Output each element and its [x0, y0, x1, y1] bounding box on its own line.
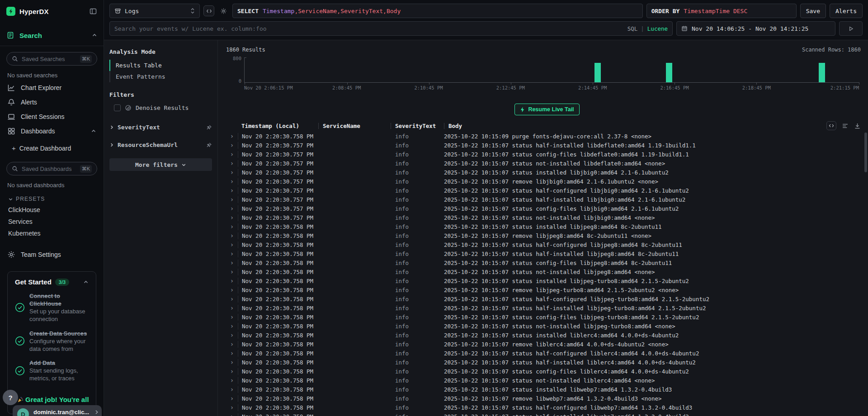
row-expand-chevron-icon[interactable]: ›	[226, 151, 238, 158]
saved-dashboards-input[interactable]: ⌘K	[6, 162, 97, 175]
lang-lucene-option[interactable]: Lucene	[647, 25, 668, 32]
chevron-up-icon[interactable]	[83, 279, 89, 285]
table-row[interactable]: ›Nov 20 2:20:30.757 PMinfo2025-10-22 10:…	[226, 195, 868, 204]
user-menu[interactable]: D dominic.tran@clic... dominic.tran@clic…	[13, 405, 102, 416]
download-icon[interactable]	[854, 123, 861, 129]
table-row[interactable]: ›Nov 20 2:20:30.757 PMinfo2025-10-22 10:…	[226, 204, 868, 213]
filter-group-resourceschemaurl[interactable]: ResourceSchemaUrl	[109, 142, 212, 148]
row-expand-chevron-icon[interactable]: ›	[226, 395, 238, 402]
row-expand-chevron-icon[interactable]: ›	[226, 259, 238, 266]
table-row[interactable]: ›Nov 20 2:20:30.757 PMinfo2025-10-22 10:…	[226, 159, 868, 168]
row-expand-chevron-icon[interactable]: ›	[226, 214, 238, 221]
table-row[interactable]: ›Nov 20 2:20:30.758 PMinfo2025-10-22 10:…	[226, 403, 868, 412]
table-row[interactable]: ›Nov 20 2:20:30.758 PMinfo2025-10-22 10:…	[226, 249, 868, 258]
table-row[interactable]: ›Nov 20 2:20:30.758 PMinfo2025-10-22 10:…	[226, 231, 868, 240]
view-source-code-icon[interactable]	[826, 121, 836, 130]
column-header-severitytext[interactable]: SeverityText	[391, 123, 444, 129]
row-expand-chevron-icon[interactable]: ›	[226, 169, 238, 176]
table-row[interactable]: ›Nov 20 2:20:30.758 PMinfo2025-10-22 10:…	[226, 358, 868, 367]
row-expand-chevron-icon[interactable]: ›	[226, 132, 238, 140]
row-expand-chevron-icon[interactable]: ›	[226, 196, 238, 203]
source-settings-gear-icon[interactable]	[218, 5, 229, 16]
presets-toggle[interactable]: PRESETS	[6, 190, 97, 204]
row-expand-chevron-icon[interactable]: ›	[226, 404, 238, 411]
row-expand-chevron-icon[interactable]: ›	[226, 322, 238, 330]
save-button[interactable]: Save	[800, 4, 826, 18]
sidebar-item-alerts[interactable]: Alerts	[6, 95, 97, 109]
table-row[interactable]: ›Nov 20 2:20:30.758 PMinfo2025-10-22 10:…	[226, 312, 868, 321]
get-started-item-add-data[interactable]: Add Data Start sending logs, metrics, or…	[15, 359, 89, 382]
table-row[interactable]: ›Nov 20 2:20:30.757 PMinfo2025-10-22 10:…	[226, 150, 868, 159]
table-row[interactable]: ›Nov 20 2:20:30.757 PMinfo2025-10-22 10:…	[226, 168, 868, 177]
order-by-input[interactable]: ORDER BY TimestampTime DESC	[646, 4, 797, 18]
row-expand-chevron-icon[interactable]: ›	[226, 223, 238, 230]
saved-searches-input[interactable]: ⌘K	[6, 52, 97, 66]
row-density-icon[interactable]	[842, 123, 849, 129]
get-started-item-datasources[interactable]: Create Data Sources Configure where your…	[15, 330, 89, 353]
row-expand-chevron-icon[interactable]: ›	[226, 313, 238, 321]
table-row[interactable]: ›Nov 20 2:20:30.758 PMinfo2025-10-22 10:…	[226, 340, 868, 349]
table-row[interactable]: ›Nov 20 2:20:30.758 PMinfo2025-10-22 10:…	[226, 321, 868, 331]
sidebar-item-chart-explorer[interactable]: Chart Explorer	[6, 80, 97, 95]
date-range-picker[interactable]: Nov 20 14:06:25 - Nov 20 14:21:25	[676, 21, 835, 36]
row-expand-chevron-icon[interactable]: ›	[226, 142, 238, 149]
row-expand-chevron-icon[interactable]: ›	[226, 277, 238, 284]
row-expand-chevron-icon[interactable]: ›	[226, 178, 238, 185]
select-columns-input[interactable]: SELECT Timestamp ,ServiceName,SeverityTe…	[232, 4, 643, 18]
column-header-body[interactable]: Body	[444, 123, 462, 129]
row-expand-chevron-icon[interactable]: ›	[226, 205, 238, 212]
row-expand-chevron-icon[interactable]: ›	[226, 331, 238, 339]
table-row[interactable]: ›Nov 20 2:20:30.758 PMinfo2025-10-22 10:…	[226, 285, 868, 294]
chevron-up-icon[interactable]	[91, 128, 96, 134]
table-row[interactable]: ›Nov 20 2:20:30.758 PMinfo2025-10-22 10:…	[226, 376, 868, 385]
mode-event-patterns[interactable]: Event Patterns	[109, 71, 212, 82]
preset-item-services[interactable]: Services	[6, 216, 97, 227]
get-started-item-connect[interactable]: Connect to ClickHouse Set up your databa…	[15, 292, 89, 323]
sidebar-item-client-sessions[interactable]: Client Sessions	[6, 109, 97, 124]
table-row[interactable]: ›Nov 20 2:20:30.758 PMinfo2025-10-22 10:…	[226, 303, 868, 312]
row-expand-chevron-icon[interactable]: ›	[226, 268, 238, 275]
pin-icon[interactable]	[206, 142, 212, 148]
run-query-button[interactable]	[839, 21, 863, 36]
table-row[interactable]: ›Nov 20 2:20:30.757 PMinfo2025-10-22 10:…	[226, 141, 868, 150]
more-filters-button[interactable]: More filters	[109, 158, 212, 171]
table-row[interactable]: ›Nov 20 2:20:30.757 PMinfo2025-10-22 10:…	[226, 177, 868, 186]
resume-live-tail-button[interactable]: Resume Live Tail	[514, 104, 579, 115]
sidebar-item-search[interactable]: Search	[0, 31, 104, 39]
row-expand-chevron-icon[interactable]: ›	[226, 350, 238, 357]
alerts-button[interactable]: Alerts	[830, 4, 863, 18]
table-row[interactable]: ›Nov 20 2:20:30.758 PMinfo2025-10-22 10:…	[226, 240, 868, 249]
mode-results-table[interactable]: Results Table	[109, 60, 212, 71]
row-expand-chevron-icon[interactable]: ›	[226, 368, 238, 375]
row-expand-chevron-icon[interactable]: ›	[226, 232, 238, 239]
help-button[interactable]: ?	[3, 390, 18, 405]
table-row[interactable]: ›Nov 20 2:20:30.758 PMinfo2025-10-22 10:…	[226, 294, 868, 303]
preset-item-clickhouse[interactable]: ClickHouse	[6, 204, 97, 216]
row-expand-chevron-icon[interactable]: ›	[226, 286, 238, 293]
column-header-servicename[interactable]: ServiceName	[318, 123, 391, 129]
row-expand-chevron-icon[interactable]: ›	[226, 413, 238, 416]
table-row[interactable]: ›Nov 20 2:20:30.758 PMinfo2025-10-22 10:…	[226, 385, 868, 394]
row-expand-chevron-icon[interactable]: ›	[226, 377, 238, 384]
denoise-checkbox[interactable]	[114, 104, 121, 111]
pin-icon[interactable]	[206, 124, 212, 131]
row-expand-chevron-icon[interactable]: ›	[226, 241, 238, 248]
row-expand-chevron-icon[interactable]: ›	[226, 187, 238, 194]
column-header-timestamp[interactable]: Timestamp (Local)	[238, 123, 318, 129]
row-expand-chevron-icon[interactable]: ›	[226, 386, 238, 393]
row-expand-chevron-icon[interactable]: ›	[226, 359, 238, 366]
lang-sql-option[interactable]: SQL	[627, 25, 638, 32]
table-row[interactable]: ›Nov 20 2:20:30.757 PMinfo2025-10-22 10:…	[226, 186, 868, 195]
table-row[interactable]: ›Nov 20 2:20:30.757 PMinfo2025-10-22 10:…	[226, 213, 868, 222]
row-expand-chevron-icon[interactable]: ›	[226, 160, 238, 167]
scrollbar-thumb[interactable]	[864, 132, 867, 172]
table-row[interactable]: ›Nov 20 2:20:30.758 PMinfo2025-10-22 10:…	[226, 394, 868, 403]
table-row[interactable]: ›Nov 20 2:20:30.758 PMinfo2025-10-22 10:…	[226, 276, 868, 285]
table-row[interactable]: ›Nov 20 2:20:30.758 PMinfo2025-10-22 10:…	[226, 258, 868, 267]
row-expand-chevron-icon[interactable]: ›	[226, 304, 238, 312]
table-row[interactable]: ›Nov 20 2:20:30.758 PMinfo2025-10-22 10:…	[226, 367, 868, 376]
saved-dashboards-field[interactable]	[22, 165, 76, 172]
event-search-box[interactable]: SQL | Lucene	[109, 21, 673, 36]
create-dashboard-button[interactable]: + Create Dashboard	[6, 140, 97, 156]
table-row[interactable]: ›Nov 20 2:20:30.758 PMinfo2025-10-22 10:…	[226, 132, 868, 141]
